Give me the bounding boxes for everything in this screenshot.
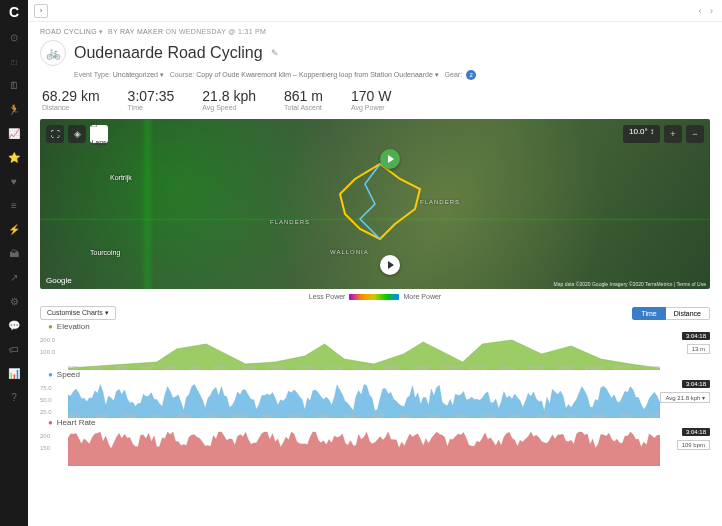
event-type-select[interactable]: Uncategorized ▾ [113, 71, 164, 78]
edit-title-icon[interactable]: ✎ [271, 48, 279, 58]
map-controls-left: ⛶ ◈ ☐ Laps [46, 125, 108, 143]
side-item-7[interactable]: ≡ [7, 198, 21, 212]
breadcrumb-category[interactable]: ROAD CYCLING [40, 28, 97, 35]
chart-elevation-yaxis: 200.0100.0 [40, 334, 55, 358]
meta-row: Event Type: Uncategorized ▾ Course: Copy… [74, 70, 710, 80]
stat-distance: 68.29 kmDistance [42, 88, 100, 111]
stat-ascent: 861 mTotal Ascent [284, 88, 323, 111]
main-panel: › ‹ › ROAD CYCLING ▾ BY RAY MAKER ON WED… [28, 0, 722, 526]
activity-title: Oudenaarde Road Cycling [74, 44, 263, 62]
google-logo: Google [46, 276, 72, 285]
chart-hr-yaxis: 200150 [40, 430, 50, 454]
side-item-14[interactable]: 📊 [7, 366, 21, 380]
map-controls-right: 10.0° ↕ + − [623, 125, 704, 143]
chart-elevation[interactable]: Elevation 200.0100.0 3:04:18 13 m 8:2016… [40, 324, 710, 370]
chart-elevation-title: Elevation [48, 322, 90, 331]
map-zoom-in[interactable]: + [664, 125, 682, 143]
breadcrumb-date: WEDNESDAY [179, 28, 226, 35]
stat-avgpower: 170 WAvg Power [351, 88, 391, 111]
course-select[interactable]: Copy of Oude Kwaremont klim – Koppenberg… [196, 71, 439, 78]
side-item-6[interactable]: ♥ [7, 174, 21, 188]
toggle-distance[interactable]: Distance [666, 307, 710, 320]
nav-arrows: ‹ › [695, 6, 716, 16]
chart-speed-title: Speed [48, 370, 80, 379]
side-item-2[interactable]: 🗓 [7, 78, 21, 92]
side-item-4[interactable]: 📈 [7, 126, 21, 140]
breadcrumb: ROAD CYCLING ▾ BY RAY MAKER ON WEDNESDAY… [40, 28, 710, 36]
side-item-0[interactable]: ⊙ [7, 30, 21, 44]
side-item-15[interactable]: ? [7, 390, 21, 404]
stat-avgspeed: 21.8 kphAvg Speed [202, 88, 256, 111]
chart-speed-value[interactable]: Avg 21.8 kph ▾ [660, 392, 710, 403]
power-legend: Less PowerMore Power [40, 293, 710, 300]
chart-header: Customise Charts ▾ Time Distance [40, 306, 710, 320]
app-logo: C [9, 4, 19, 20]
chart-speed[interactable]: Speed 75.050.025.0 3:04:18 Avg 21.8 kph … [40, 372, 710, 418]
side-item-5[interactable]: ⭐ [7, 150, 21, 164]
side-item-9[interactable]: 🏔 [7, 246, 21, 260]
app-sidebar: C ⊙ ⏍ 🗓 🏃 📈 ⭐ ♥ ≡ ⚡ 🏔 ↗ ⚙ 💬 🏷 📊 ? [0, 0, 28, 526]
side-item-11[interactable]: ⚙ [7, 294, 21, 308]
customise-charts-button[interactable]: Customise Charts ▾ [40, 306, 116, 320]
chart-elevation-value: 13 m [687, 344, 710, 354]
title-row: 🚲 Oudenaarde Road Cycling ✎ [40, 40, 710, 66]
map-laps-toggle[interactable]: ☐ Laps [90, 125, 108, 143]
chart-elevation-endflag: 3:04:18 [682, 332, 710, 340]
chart-hr-value: 109 bpm [677, 440, 710, 450]
time-distance-toggle: Time Distance [632, 307, 710, 320]
route-play-button[interactable] [380, 255, 400, 275]
back-button[interactable]: › [34, 4, 48, 18]
gear-badge[interactable]: 2 [466, 70, 476, 80]
map-zoom-out[interactable]: − [686, 125, 704, 143]
chart-heartrate[interactable]: Heart Rate 200150 3:04:18 109 bpm [40, 420, 710, 466]
stats-row: 68.29 kmDistance 3:07:35Time 21.8 kphAvg… [42, 88, 710, 111]
chart-hr-title: Heart Rate [48, 418, 96, 427]
route-map[interactable]: Kortrijk Tourcoing FLANDERS FLANDERS WAL… [40, 119, 710, 289]
side-item-12[interactable]: 💬 [7, 318, 21, 332]
prev-activity[interactable]: ‹ [695, 6, 704, 16]
route-overlay [320, 159, 450, 249]
map-region-flanders-1: FLANDERS [270, 219, 310, 225]
side-item-1[interactable]: ⏍ [7, 54, 21, 68]
map-region-wallonia: WALLONIA [330, 249, 369, 255]
map-attribution: Map data ©2020 Google Imagery ©2020 Terr… [554, 281, 706, 287]
map-heading[interactable]: 10.0° ↕ [623, 125, 660, 143]
chart-elevation-xaxis: 8:2016:4025:0033:2041:4050:0058:201:06:4… [68, 365, 660, 371]
breadcrumb-time: 1:31 PM [238, 28, 266, 35]
chart-speed-xaxis: 08:2016:4025:0033:2041:4050:0058:2006:40… [68, 413, 660, 419]
chart-hr-body [68, 430, 660, 466]
chart-hr-endflag: 3:04:18 [682, 428, 710, 436]
toggle-time[interactable]: Time [632, 307, 665, 320]
activity-type-icon: 🚲 [40, 40, 66, 66]
side-item-13[interactable]: 🏷 [7, 342, 21, 356]
map-city-tourcoing: Tourcoing [90, 249, 120, 256]
map-expand-icon[interactable]: ⛶ [46, 125, 64, 143]
chart-speed-yaxis: 75.050.025.0 [40, 382, 52, 418]
next-activity[interactable]: › [707, 6, 716, 16]
route-start-marker[interactable] [380, 149, 400, 169]
stat-time: 3:07:35Time [128, 88, 175, 111]
topbar: › ‹ › [28, 0, 722, 22]
content: ROAD CYCLING ▾ BY RAY MAKER ON WEDNESDAY… [28, 22, 722, 526]
legend-gradient [349, 294, 399, 300]
breadcrumb-author[interactable]: RAY MAKER [120, 28, 163, 35]
map-city-kortrijk: Kortrijk [110, 174, 132, 181]
side-item-10[interactable]: ↗ [7, 270, 21, 284]
map-layers-icon[interactable]: ◈ [68, 125, 86, 143]
chart-speed-endflag: 3:04:18 [682, 380, 710, 388]
side-item-8[interactable]: ⚡ [7, 222, 21, 236]
side-item-3[interactable]: 🏃 [7, 102, 21, 116]
